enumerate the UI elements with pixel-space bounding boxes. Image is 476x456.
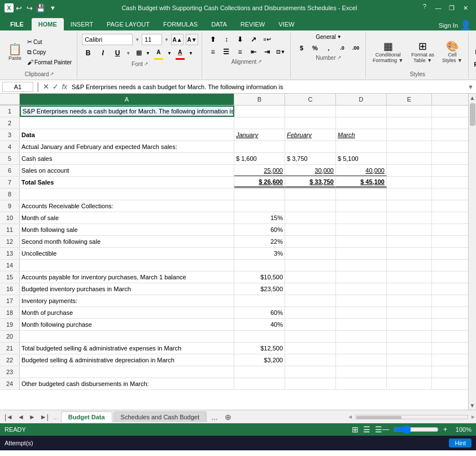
format-as-table-button[interactable]: ⊞ Format asTable ▼ [409, 40, 436, 64]
cell-17-C[interactable] [285, 295, 336, 306]
cell-4-A[interactable]: Actual January and February and expected… [20, 141, 234, 152]
cell-11-E[interactable] [387, 224, 432, 235]
align-top-button[interactable]: ⬆ [207, 34, 219, 45]
sheet-nav-prev[interactable]: ◄ [15, 413, 27, 421]
tab-formulas[interactable]: FORMULAS [156, 18, 204, 30]
cell-13-E[interactable] [387, 248, 432, 259]
cell-19-B[interactable]: 40% [234, 319, 285, 330]
cell-7-C[interactable]: $ 33,750 [285, 177, 336, 188]
cell-9-E[interactable] [387, 200, 432, 212]
clipboard-expand-icon[interactable]: ↗ [50, 71, 54, 77]
cell-15-C[interactable] [285, 271, 336, 283]
align-right-button[interactable]: ≡ [234, 46, 246, 58]
cell-24-E[interactable] [387, 378, 432, 389]
cell-4-C[interactable] [285, 141, 336, 152]
highlight-button[interactable]: A [152, 46, 165, 58]
scroll-down-icon[interactable]: ▼ [470, 402, 475, 409]
cell-4-B[interactable] [234, 141, 285, 152]
close-button[interactable]: ✕ [459, 3, 471, 13]
underline-button[interactable]: U [111, 47, 124, 59]
cell-19-D[interactable] [336, 319, 387, 330]
cell-5-A[interactable]: Cash sales [20, 153, 234, 164]
cell-20-C[interactable] [285, 331, 336, 342]
sheet-nav-last[interactable]: ►| [38, 413, 51, 421]
cell-14-A[interactable] [20, 260, 234, 271]
font-size-input[interactable] [142, 34, 162, 45]
cell-15-E[interactable] [387, 271, 432, 283]
font-color-dropdown[interactable]: ▼ [189, 51, 193, 56]
cell-8-B[interactable] [234, 188, 285, 200]
cell-4-E[interactable] [387, 141, 432, 152]
insert-button[interactable]: Insert ▼ [473, 34, 476, 45]
cell-1-D[interactable] [336, 106, 387, 117]
cell-20-E[interactable] [387, 331, 432, 342]
vertical-scrollbar[interactable]: ▲ ▼ [468, 94, 476, 410]
cell-12-B[interactable]: 22% [234, 236, 285, 247]
tab-review[interactable]: REVIEW [234, 18, 272, 30]
tab-insert[interactable]: INSERT [64, 18, 100, 30]
increase-indent-button[interactable]: ⇥ [261, 46, 273, 58]
comma-button[interactable]: , [322, 42, 335, 54]
cell-12-E[interactable] [387, 236, 432, 247]
cell-1-C[interactable] [285, 106, 336, 117]
cell-3-C[interactable]: February [285, 129, 336, 141]
cell-6-A[interactable]: Sales on account [20, 165, 234, 176]
hscroll-thumb[interactable] [356, 416, 401, 419]
cell-10-C[interactable] [285, 212, 336, 223]
font-size-dropdown[interactable]: ▼ [164, 37, 169, 42]
col-header-e[interactable]: E [387, 94, 432, 105]
decrease-font-button[interactable]: A▼ [186, 34, 198, 45]
cell-3-E[interactable] [387, 129, 432, 141]
cell-10-E[interactable] [387, 212, 432, 223]
cell-9-D[interactable] [336, 200, 387, 212]
sign-in[interactable]: Sign In 👤 [439, 20, 476, 30]
cell-14-E[interactable] [387, 260, 432, 271]
cell-24-C[interactable] [285, 378, 336, 389]
cell-20-A[interactable] [20, 331, 234, 342]
wrap-text-button[interactable]: ≡↩ [261, 34, 273, 45]
cell-14-C[interactable] [285, 260, 336, 271]
align-bottom-button[interactable]: ⬇ [234, 34, 246, 45]
cell-17-E[interactable] [387, 295, 432, 306]
col-header-d[interactable]: D [336, 94, 387, 105]
cell-2-E[interactable] [387, 117, 432, 129]
cell-23-D[interactable] [336, 366, 387, 378]
cell-7-E[interactable] [387, 177, 432, 188]
page-layout-view-icon[interactable]: ☰ [363, 425, 370, 434]
cell-21-A[interactable]: Total budgeted selling & administrative … [20, 343, 234, 354]
cell-1-A[interactable]: S&P Enterprises needs a cash budget for … [20, 106, 234, 117]
decrease-decimal-button[interactable]: .0 [336, 42, 348, 54]
copy-button[interactable]: ⧉ Copy [25, 48, 73, 56]
confirm-formula-icon[interactable]: ✓ [53, 82, 59, 91]
paste-button[interactable]: 📋 Paste [6, 42, 24, 62]
redo-icon[interactable]: ↪ [27, 4, 33, 12]
cell-14-D[interactable] [336, 260, 387, 271]
cell-reference-box[interactable] [2, 82, 33, 92]
cell-23-B[interactable] [234, 366, 285, 378]
cell-23-C[interactable] [285, 366, 336, 378]
cell-18-E[interactable] [387, 307, 432, 318]
cell-1-B[interactable] [234, 106, 285, 117]
number-format-dropdown[interactable]: ▼ [337, 34, 342, 40]
delete-button[interactable]: Delete ▼ [473, 46, 476, 58]
cell-2-D[interactable] [336, 117, 387, 129]
font-name-dropdown[interactable]: ▼ [135, 37, 139, 42]
cell-23-A[interactable] [20, 366, 234, 378]
cell-18-C[interactable] [285, 307, 336, 318]
cell-15-D[interactable] [336, 271, 387, 283]
formula-input[interactable] [69, 84, 465, 90]
text-direction-button[interactable]: ↗ [247, 34, 260, 45]
cell-7-B[interactable]: $ 26,600 [234, 177, 285, 188]
cell-9-A[interactable]: Accounts Receivable Collections: [20, 200, 234, 212]
add-sheet-plus-button[interactable]: ⊕ [221, 413, 235, 422]
cell-17-B[interactable] [234, 295, 285, 306]
cell-15-B[interactable]: $10,500 [234, 271, 285, 283]
cell-7-D[interactable]: $ 45,100 [336, 177, 387, 188]
cell-24-A[interactable]: Other budgeted cash disbursements in Mar… [20, 378, 234, 389]
cell-13-B[interactable]: 3% [234, 248, 285, 259]
zoom-plus-icon[interactable]: + [443, 426, 447, 433]
cell-6-C[interactable]: 30,000 [285, 165, 336, 176]
cell-16-C[interactable] [285, 283, 336, 295]
cell-3-A[interactable]: Data [20, 129, 234, 141]
cell-2-B[interactable] [234, 117, 285, 129]
